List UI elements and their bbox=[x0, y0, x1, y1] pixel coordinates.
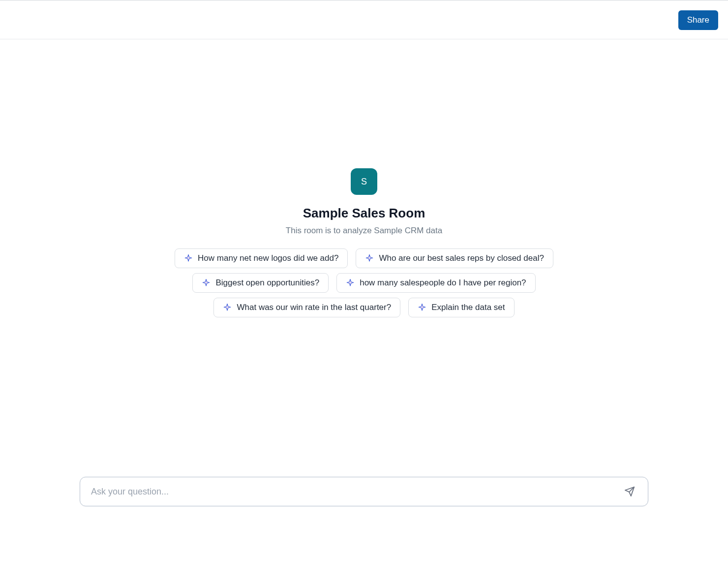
input-box bbox=[80, 477, 648, 506]
suggestion-button[interactable]: What was our win rate in the last quarte… bbox=[213, 298, 400, 317]
room-subtitle: This room is to analyze Sample CRM data bbox=[286, 226, 442, 236]
suggestion-button[interactable]: Who are our best sales reps by closed de… bbox=[356, 248, 553, 268]
suggestion-row: What was our win rate in the last quarte… bbox=[213, 298, 514, 317]
suggestion-label: how many salespeople do I have per regio… bbox=[360, 278, 526, 288]
suggestion-label: Who are our best sales reps by closed de… bbox=[379, 253, 544, 263]
header: Share bbox=[0, 0, 728, 39]
sparkle-icon bbox=[202, 278, 211, 287]
suggestion-label: How many net new logos did we add? bbox=[198, 253, 338, 263]
sparkle-icon bbox=[365, 254, 374, 263]
send-icon bbox=[624, 486, 635, 497]
sparkle-icon bbox=[184, 254, 193, 263]
send-button[interactable] bbox=[622, 484, 637, 499]
suggestion-button[interactable]: Biggest open opportunities? bbox=[192, 273, 329, 293]
suggestion-button[interactable]: how many salespeople do I have per regio… bbox=[336, 273, 535, 293]
suggestion-row: How many net new logos did we add? Who a… bbox=[175, 248, 553, 268]
suggestion-list: How many net new logos did we add? Who a… bbox=[175, 248, 553, 317]
suggestion-label: Explain the data set bbox=[431, 303, 505, 312]
share-button[interactable]: Share bbox=[678, 10, 718, 30]
room-title: Sample Sales Room bbox=[303, 206, 425, 221]
sparkle-icon bbox=[346, 278, 355, 287]
sparkle-icon bbox=[223, 303, 232, 312]
suggestion-button[interactable]: Explain the data set bbox=[408, 298, 514, 317]
room-avatar: S bbox=[351, 168, 377, 195]
suggestion-label: What was our win rate in the last quarte… bbox=[237, 303, 391, 312]
sparkle-icon bbox=[418, 303, 426, 312]
suggestion-label: Biggest open opportunities? bbox=[215, 278, 319, 288]
suggestion-button[interactable]: How many net new logos did we add? bbox=[175, 248, 348, 268]
suggestion-row: Biggest open opportunities? how many sal… bbox=[192, 273, 535, 293]
input-area bbox=[80, 477, 648, 506]
question-input[interactable] bbox=[91, 487, 622, 497]
